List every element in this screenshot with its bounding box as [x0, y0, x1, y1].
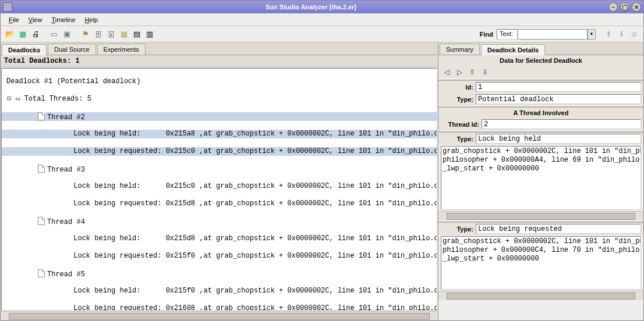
page-icon — [38, 112, 45, 120]
tab-summary[interactable]: Summary — [440, 44, 480, 55]
find-combo: Text: ▼ — [497, 29, 596, 40]
app-window: Sun Studio Analyzer [tha.2.er] – ◯ ✕ Fil… — [0, 0, 644, 321]
tab-deadlocks[interactable]: Deadlocks — [2, 44, 47, 55]
tree-row[interactable]: Thread #4 — [2, 217, 437, 226]
content-area: Deadlocks Dual Source Experiments Total … — [1, 42, 643, 320]
menubar: File View Timeline Help — [1, 13, 643, 26]
deadlock-tree[interactable]: Deadlock #1 (Potential deadlock) ⊟ ▭ Tot… — [1, 68, 437, 311]
page-icon — [38, 217, 45, 225]
id-value: 1 — [476, 82, 641, 92]
menu-view[interactable]: View — [24, 15, 47, 24]
tree-row[interactable]: Lock being held: 0x215f0 ,at grab_chopst… — [2, 287, 437, 295]
nav-next-icon[interactable]: ▷ — [455, 67, 464, 77]
req-type-label: Type: — [441, 226, 476, 233]
tree-row[interactable]: Lock being requested: 0x21608 ,at grab_c… — [2, 304, 437, 311]
collect-icon[interactable]: ▦ — [17, 28, 29, 40]
page-icon — [38, 269, 45, 277]
nav-prev-icon[interactable]: ◁ — [442, 67, 451, 77]
held-scrollbar[interactable] — [438, 211, 643, 220]
tree-row[interactable]: Lock being requested: 0x215c0 ,at grab_c… — [2, 147, 437, 156]
req-type-value: Lock being requested — [476, 224, 641, 234]
held-type-value: Lock being held — [476, 134, 641, 144]
field-id: Id: 1 — [438, 81, 643, 93]
id-label: Id: — [441, 84, 476, 91]
type-label: Type: — [441, 96, 476, 103]
folder-icon: ▭ — [16, 95, 20, 103]
callers-icon[interactable]: ⍐ — [93, 28, 104, 40]
field-type: Type: Potential deadlock — [438, 93, 643, 105]
req-scrollbar[interactable] — [438, 291, 643, 300]
requested-section: Type: Lock being requested grab_chopstic… — [438, 223, 643, 300]
right-tabs: Summary Deadlock Details — [438, 42, 643, 55]
maximize-button[interactable]: ◯ — [620, 2, 629, 12]
tree-row[interactable]: ⊟ ▭ Total Threads: 5 — [2, 95, 437, 104]
tab-deadlock-details[interactable]: Deadlock Details — [481, 44, 545, 55]
nav-up-icon[interactable]: ⇧ — [468, 67, 477, 77]
table-icon[interactable]: ▤ — [131, 28, 143, 40]
find-down-icon[interactable]: ⬇ — [615, 28, 627, 40]
thread-id-label: Thread Id: — [441, 121, 482, 128]
tab-dual-source[interactable]: Dual Source — [48, 44, 96, 55]
tree-row[interactable]: Thread #2 — [2, 112, 437, 121]
nav-buttons: ◁ ▷ ⇧ ⇩ — [438, 66, 643, 79]
tree-row[interactable]: Lock being held: 0x215d8 ,at grab_chopst… — [2, 234, 437, 243]
new-window-icon[interactable]: ▭ — [48, 28, 60, 40]
page-icon — [38, 165, 45, 173]
toolbar: 📂 ▦ 🖨 ▭ ▣ ⚑ ⍐ ⍗ ▦ ▤ ▥ Find Text: ▼ ⬆ ⬇ ≣ — [1, 26, 643, 42]
type-value: Potential deadlock — [476, 94, 641, 104]
tree-row[interactable]: Lock being held: 0x215c0 ,at grab_chopst… — [2, 182, 437, 191]
tree-row[interactable]: Thread #5 — [2, 269, 437, 278]
details-header: Data for Selected Deadlock — [438, 55, 643, 66]
tree-row[interactable]: Lock being requested: 0x215d8 ,at grab_c… — [2, 199, 437, 208]
field-thread-id: Thread Id: 2 — [438, 118, 643, 130]
tree-row[interactable]: Thread #3 — [2, 165, 437, 173]
filter-icon[interactable]: ⚑ — [80, 28, 91, 40]
left-tabs: Deadlocks Dual Source Experiments — [1, 42, 438, 55]
window-title: Sun Studio Analyzer [tha.2.er] — [16, 3, 606, 10]
horizontal-scrollbar[interactable] — [1, 311, 438, 320]
tree-row[interactable]: Lock being held: 0x215a8 ,at grab_chopst… — [2, 130, 437, 138]
find-highlight-icon[interactable]: ≣ — [628, 28, 640, 40]
titlebar: Sun Studio Analyzer [tha.2.er] – ◯ ✕ — [1, 1, 643, 13]
aggregate-icon[interactable]: ▦ — [118, 28, 130, 40]
find-type[interactable]: Text: — [497, 29, 518, 40]
tab-experiments[interactable]: Experiments — [97, 44, 146, 55]
thread-id-value: 2 — [482, 119, 641, 129]
find-dropdown-icon[interactable]: ▼ — [588, 29, 596, 40]
print-icon[interactable]: 🖨 — [30, 28, 41, 40]
minimize-button[interactable]: – — [608, 2, 618, 12]
tree-row[interactable]: Deadlock #1 (Potential deadlock) — [2, 77, 437, 86]
menu-help[interactable]: Help — [80, 15, 103, 24]
right-pane: Summary Deadlock Details Data for Select… — [438, 42, 643, 320]
menu-timeline[interactable]: Timeline — [47, 15, 80, 24]
held-stack[interactable]: grab_chopstick + 0x0000002C, line 101 in… — [441, 146, 641, 210]
chart-icon[interactable]: ▥ — [144, 28, 155, 40]
open-icon[interactable]: 📂 — [4, 28, 16, 40]
thread-involved-header: A Thread Involved — [438, 108, 643, 118]
tree-row[interactable]: Lock being requested: 0x215f0 ,at grab_c… — [2, 252, 437, 261]
nav-down-icon[interactable]: ⇩ — [480, 67, 490, 77]
tree-toggle-icon[interactable]: ⊟ — [6, 95, 12, 104]
req-stack[interactable]: grab_chopstick + 0x0000002C, line 101 in… — [441, 236, 641, 290]
total-deadlocks-line: Total Deadlocks: 1 — [1, 55, 438, 67]
close-button[interactable]: ✕ — [632, 2, 641, 12]
held-section: Type: Lock being held grab_chopstick + 0… — [438, 133, 643, 220]
menu-file[interactable]: File — [4, 15, 24, 24]
callees-icon[interactable]: ⍗ — [105, 28, 117, 40]
held-type-label: Type: — [441, 135, 476, 142]
find-up-icon[interactable]: ⬆ — [603, 28, 614, 40]
app-icon — [3, 2, 12, 12]
left-pane: Deadlocks Dual Source Experiments Total … — [1, 42, 438, 320]
close-tab-icon[interactable]: ▣ — [61, 28, 73, 40]
find-label: Find — [480, 31, 496, 38]
find-input[interactable] — [518, 29, 588, 40]
